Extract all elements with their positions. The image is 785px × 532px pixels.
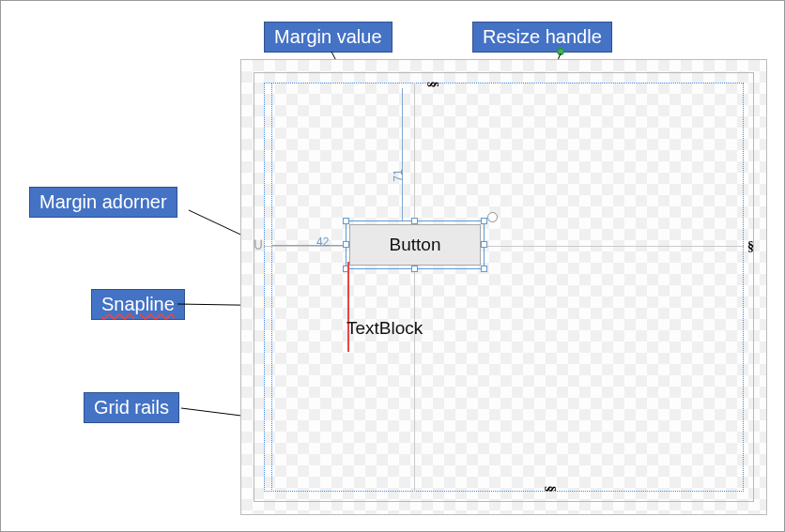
designer-textblock-control[interactable]: TextBlock	[346, 318, 423, 339]
grid-rails[interactable]	[264, 83, 744, 492]
grid-column-sizer-bottom[interactable]: §	[543, 486, 558, 493]
callout-resize-handle: Resize handle	[472, 22, 612, 53]
design-surface[interactable]: § § § 71 42 ⊃ Button TextBlock	[240, 59, 767, 515]
callout-margin-adorner: Margin adorner	[29, 187, 177, 218]
grid-rail-left-inner[interactable]	[271, 83, 272, 492]
grid-column-divider[interactable]	[414, 83, 415, 492]
margin-line-top	[402, 88, 403, 220]
margin-line-left	[271, 245, 346, 246]
callout-snapline-text: Snapline	[101, 294, 175, 314]
callout-snapline: Snapline	[91, 289, 185, 320]
margin-value-top: 71	[392, 167, 405, 183]
grid-row-sizer-right[interactable]: §	[747, 239, 754, 254]
designer-button-control[interactable]: Button	[349, 224, 481, 266]
margin-value-left: 42	[315, 236, 331, 249]
rotation-handle-icon[interactable]	[487, 212, 498, 222]
designer-button-label: Button	[390, 235, 441, 255]
callout-margin-value: Margin value	[264, 22, 392, 53]
grid-row-divider[interactable]	[264, 246, 744, 247]
resize-handle-origin-dot	[557, 48, 564, 55]
margin-adorner-icon[interactable]: ⊃	[250, 238, 268, 251]
callout-grid-rails: Grid rails	[84, 392, 179, 423]
grid-column-sizer-top[interactable]: §	[425, 82, 440, 88]
